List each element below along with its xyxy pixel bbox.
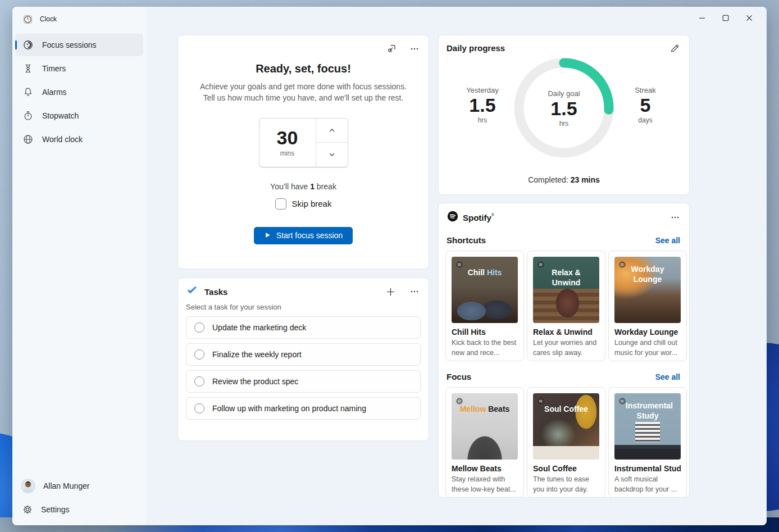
playlist-card-relax-unwind[interactable]: Relax & Unwind Relax & Unwind Let your w… bbox=[527, 251, 605, 361]
tasks-card: Tasks Select a task for your session Upd… bbox=[177, 278, 429, 441]
duration-display: 30 mins bbox=[259, 119, 316, 167]
sidebar-item-label: Focus sessions bbox=[42, 40, 96, 49]
spotify-card: Spotify® Shortcuts See all Chill Hits Ch… bbox=[438, 203, 690, 498]
edit-goal-button[interactable] bbox=[669, 43, 680, 53]
app-title: Clock bbox=[40, 15, 57, 23]
minimize-icon bbox=[696, 12, 708, 24]
focus-subtitle: Achieve your goals and get more done wit… bbox=[178, 81, 429, 104]
playlist-title: Mellow Beats bbox=[452, 464, 518, 473]
task-radio[interactable] bbox=[194, 403, 204, 413]
tasks-subtitle: Select a task for your session bbox=[186, 303, 421, 311]
task-label: Finalize the weekly report bbox=[212, 350, 302, 359]
avatar bbox=[21, 479, 35, 493]
playlist-description: Lounge and chill out music for your wor.… bbox=[614, 338, 681, 358]
goal-unit: hrs bbox=[559, 120, 569, 128]
playlist-card-soul-coffee[interactable]: Soul Coffee Soul Coffee The tunes to eas… bbox=[527, 387, 605, 498]
sidebar-item-label: World clock bbox=[42, 135, 83, 144]
shortcuts-heading: Shortcuts bbox=[447, 235, 486, 245]
goal-label: Daily goal bbox=[548, 89, 580, 98]
minimize-button[interactable] bbox=[690, 9, 714, 27]
todo-check-icon bbox=[186, 285, 198, 298]
break-count: 1 bbox=[310, 182, 315, 191]
tasks-more-button[interactable] bbox=[409, 287, 420, 297]
close-icon bbox=[744, 12, 755, 24]
plus-icon bbox=[385, 287, 396, 297]
sidebar-item-focus-sessions[interactable]: Focus sessions bbox=[15, 34, 143, 56]
mini-view-button[interactable] bbox=[386, 43, 397, 54]
maximize-button[interactable] bbox=[714, 9, 737, 27]
playlist-card-workday-lounge[interactable]: Workday Lounge Workday Lounge Lounge and… bbox=[608, 251, 687, 361]
streak-stat: Streak 5 days bbox=[612, 86, 679, 124]
duration-decrease-button[interactable] bbox=[316, 142, 348, 167]
close-button[interactable] bbox=[737, 9, 761, 27]
playlist-title: Relax & Unwind bbox=[533, 328, 599, 337]
settings-label: Settings bbox=[41, 505, 70, 514]
sidebar-item-timers[interactable]: Timers bbox=[15, 57, 143, 80]
goal-value: 1.5 bbox=[550, 98, 577, 120]
playlist-card-instrumental-study[interactable]: Instrumental Study Instrumental Study A … bbox=[608, 387, 687, 498]
more-button[interactable] bbox=[409, 43, 420, 54]
skip-break-label: Skip break bbox=[292, 199, 332, 208]
skip-break-checkbox[interactable] bbox=[275, 198, 286, 210]
break-info: You’ll have 1 break bbox=[178, 182, 429, 191]
playlist-description: A soft musical backdrop for your ... bbox=[614, 475, 681, 494]
playlist-description: Let your worries and cares slip away. bbox=[533, 338, 599, 358]
alarms-icon bbox=[22, 87, 34, 98]
start-focus-session-button[interactable]: Start focus session bbox=[254, 227, 353, 244]
task-radio[interactable] bbox=[194, 322, 204, 333]
playlist-title: Chill Hits bbox=[452, 328, 518, 337]
task-radio[interactable] bbox=[194, 376, 204, 387]
task-label: Update the marketing deck bbox=[212, 323, 306, 332]
clock-app-icon bbox=[22, 13, 33, 25]
sidebar-item-world-clock[interactable]: World clock bbox=[15, 128, 143, 151]
shortcuts-see-all-link[interactable]: See all bbox=[655, 236, 680, 245]
maximize-icon bbox=[720, 12, 731, 24]
tasks-title: Tasks bbox=[204, 287, 227, 297]
duration-unit: mins bbox=[280, 149, 294, 157]
playlist-art: Relax & Unwind bbox=[533, 257, 599, 323]
world-clock-icon bbox=[22, 134, 34, 145]
spotify-watermark-icon bbox=[618, 397, 626, 407]
playlist-card-chill-hits[interactable]: Chill Hits Chill Hits Kick back to the b… bbox=[445, 251, 524, 361]
task-row[interactable]: Review the product spec bbox=[186, 370, 421, 393]
skip-break-control[interactable]: Skip break bbox=[275, 198, 332, 210]
duration-value: 30 bbox=[277, 128, 298, 147]
clock-app-window: Clock Focus sessions Timers Alarms bbox=[12, 7, 767, 525]
user-profile[interactable]: Allan Munger bbox=[12, 474, 146, 498]
main-content: Ready, set, focus! Achieve your goals an… bbox=[146, 7, 767, 525]
task-row[interactable]: Finalize the weekly report bbox=[186, 343, 421, 366]
sidebar-item-stopwatch[interactable]: Stopwatch bbox=[15, 104, 143, 127]
completed-status: Completed: 23 mins bbox=[439, 175, 689, 184]
chevron-down-icon bbox=[327, 150, 336, 159]
daily-progress-title: Daily progress bbox=[447, 43, 505, 53]
titlebar: Clock bbox=[12, 7, 146, 31]
sidebar-item-settings[interactable]: Settings bbox=[12, 498, 146, 521]
add-task-button[interactable] bbox=[385, 287, 396, 297]
gear-icon bbox=[22, 504, 33, 515]
daily-goal-ring: Daily goal 1.5 hrs bbox=[510, 54, 618, 162]
chevron-up-icon bbox=[327, 126, 336, 135]
task-row[interactable]: Follow up with marketing on product nami… bbox=[186, 397, 421, 420]
playlist-title: Soul Coffee bbox=[533, 464, 599, 473]
sidebar-item-alarms[interactable]: Alarms bbox=[15, 81, 143, 103]
completed-value: 23 mins bbox=[571, 175, 600, 184]
task-radio[interactable] bbox=[194, 349, 204, 360]
playlist-title: Instrumental Study bbox=[614, 464, 681, 473]
playlist-description: Stay relaxed with these low-key beat... bbox=[452, 475, 518, 494]
focus-see-all-link[interactable]: See all bbox=[655, 372, 680, 381]
sidebar-footer: Allan Munger Settings bbox=[12, 474, 146, 521]
focus-sessions-icon bbox=[22, 39, 34, 51]
spotify-more-button[interactable] bbox=[670, 212, 680, 222]
focus-title: Ready, set, focus! bbox=[178, 62, 429, 75]
yesterday-stat: Yesterday 1.5 hrs bbox=[449, 86, 516, 124]
duration-increase-button[interactable] bbox=[316, 119, 348, 143]
duration-stepper: 30 mins bbox=[259, 118, 348, 167]
playlist-art: Workday Lounge bbox=[614, 257, 681, 323]
sidebar-nav: Focus sessions Timers Alarms Stopwatch bbox=[12, 34, 146, 151]
task-row[interactable]: Update the marketing deck bbox=[186, 316, 421, 339]
playlist-card-mellow-beats[interactable]: Mellow Beats Mellow Beats Stay relaxed w… bbox=[445, 387, 524, 498]
more-icon bbox=[409, 287, 420, 297]
playlist-description: The tunes to ease you into your day. bbox=[533, 475, 599, 494]
pencil-icon bbox=[669, 43, 680, 53]
sidebar-item-label: Stopwatch bbox=[42, 111, 79, 120]
